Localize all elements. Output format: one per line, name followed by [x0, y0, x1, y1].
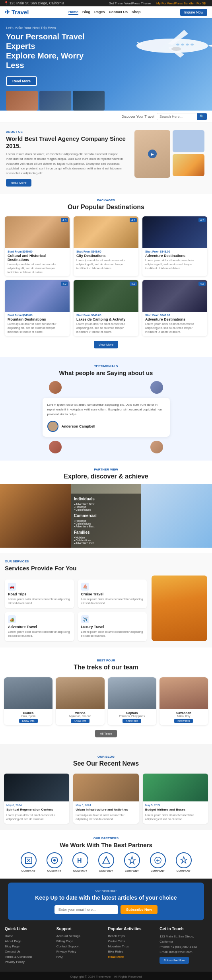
partner-icon-6: [150, 852, 166, 868]
footer-link-billing[interactable]: Billing Page: [56, 939, 73, 943]
blog-desc-3: Lorem ipsum dolor sit amet consectetur a…: [145, 813, 206, 821]
newsletter-form: Subscribe Now: [16, 905, 196, 914]
newsletter-email-input[interactable]: [54, 905, 118, 914]
footer-link-privacy[interactable]: Privacy Policy: [5, 960, 25, 964]
nav-shop[interactable]: Shop: [132, 10, 141, 15]
newsletter-tag: Our Newsletter: [16, 889, 196, 892]
dest-price-5: Start From $349.00: [76, 314, 136, 317]
footer-link-blog[interactable]: Blog Page: [5, 945, 19, 948]
footer-link-mountain[interactable]: Mountain Trips: [108, 945, 129, 948]
services-title: Services Provide For You: [5, 565, 207, 572]
footer-link-support[interactable]: Contact Support: [56, 945, 80, 948]
hero-title: Your Personal Travel ExpertsExplore More…: [6, 32, 101, 70]
service-title-4: Luxury Travel: [81, 625, 144, 629]
nav-home[interactable]: Home: [68, 10, 78, 15]
nav-pages[interactable]: Pages: [94, 10, 105, 15]
avatar-image-4: [150, 441, 163, 453]
partners-title: We Work With The Best Partners: [4, 842, 208, 848]
team-btn-3[interactable]: Know Info: [123, 719, 141, 723]
footer-link-account[interactable]: Account Settings: [56, 934, 80, 938]
svg-point-5: [171, 47, 181, 51]
dest-title-6: Adventure Destinations: [145, 317, 204, 321]
footer-link-about[interactable]: About Page: [5, 939, 21, 943]
about-title: World Best Travel Agency Company Since 2…: [6, 135, 129, 150]
hero-cta-button[interactable]: Read More: [6, 76, 37, 86]
team-location-4: Milan, Italy: [161, 715, 206, 718]
blog-date-1: May 6, 2024: [6, 804, 67, 807]
hero-thumb-1: [6, 91, 38, 111]
blog-image-2: [73, 774, 138, 801]
copyright-text: Copyright © 2024 Travelwper - All Rights…: [70, 975, 142, 978]
footer-link-terms[interactable]: Terms & Conditions: [5, 955, 32, 959]
footer-link-privacy2[interactable]: Privacy Policy: [56, 950, 76, 953]
service-item-3: 🏕️ Adventure Travel Lorem ipsum dolor si…: [5, 612, 74, 641]
partner-icon-5: [124, 852, 140, 868]
svg-point-1: [191, 44, 194, 46]
blog-body-1: May 6, 2024 Spiritual Regeneration Cente…: [4, 801, 69, 824]
footer-col-support: Support Account Settings Billing Page Co…: [56, 927, 104, 965]
search-input[interactable]: [157, 113, 197, 120]
top-bar-link-1[interactable]: Get Travel WordPress Theme: [109, 2, 151, 5]
search-button[interactable]: 🔍: [197, 113, 207, 120]
partner-icon-2: [47, 852, 62, 868]
footer-subscribe-button[interactable]: Subscribe Now: [159, 957, 189, 964]
dest-card-3: 4.2 Start From $349.00 Adventure Destina…: [142, 216, 207, 276]
testimonial-avatar-1: [49, 381, 62, 394]
footer-link-bike[interactable]: Bike Rides: [108, 950, 123, 953]
dest-desc-6: Lorem ipsum dolor sit amet consectetur a…: [145, 322, 204, 334]
explore-list-item: Adventure Best: [74, 503, 138, 506]
destinations-view-more-button[interactable]: View More: [94, 341, 119, 348]
blog-body-2: May 5, 2024 Urban Infrastructure and Act…: [73, 801, 138, 824]
play-button[interactable]: ▶: [148, 150, 157, 158]
dest-title-1: Cultural and Historical Destinations: [8, 254, 67, 262]
services-section: Our Services Services Provide For You 🚗 …: [0, 553, 212, 648]
footer-link-faq[interactable]: FAQ: [56, 955, 63, 959]
top-bar-link-2[interactable]: My For WordPress Bundle - For 3$: [156, 2, 206, 5]
partner-4: COMPANY: [95, 852, 117, 872]
nav-blog[interactable]: Blog: [82, 10, 90, 15]
team-btn-1[interactable]: Know Info: [19, 719, 38, 723]
footer-link-readmore[interactable]: Read More: [108, 955, 124, 959]
team-btn-2[interactable]: Know Info: [71, 719, 89, 723]
about-read-more-button[interactable]: Read More: [6, 179, 31, 187]
avatar-image-3: [49, 441, 62, 453]
dest-desc-5: Lorem ipsum dolor sit amet consectetur a…: [76, 322, 136, 334]
team-card-1: Bianca Ibiza, Spain Know Info: [4, 677, 53, 725]
svg-marker-9: [103, 857, 110, 864]
team-name-4: Savannah: [161, 711, 206, 715]
dest-title-3: Adventure Destinations: [145, 254, 204, 258]
dest-image-1: 4.9: [5, 216, 70, 248]
partner-label-1: COMPANY: [18, 869, 39, 872]
author-name: Anderson Campbell: [62, 424, 95, 428]
dest-card-1: 4.9 Start From $349.00 Cultural and Hist…: [5, 216, 70, 276]
footer-link-beach[interactable]: Beach Trips: [108, 934, 125, 938]
blog-grid: May 6, 2024 Spiritual Regeneration Cente…: [4, 774, 208, 824]
footer-link-contact[interactable]: Contact Us: [5, 950, 21, 953]
navigation: ✈ Travel Home Blog Pages Contact Us Shop…: [0, 6, 212, 18]
nav-contact[interactable]: Contact Us: [109, 10, 128, 15]
service-title-1: Road Trips: [8, 592, 71, 596]
all-team-button[interactable]: All Team: [95, 730, 117, 737]
partner-icon-7: [176, 852, 192, 868]
nav-links: Home Blog Pages Contact Us Shop: [68, 10, 141, 15]
dest-badge-3: 4.2: [198, 218, 206, 222]
adventure-icon: 🏕️: [8, 615, 16, 623]
blog-date-3: May 5, 2024: [145, 804, 206, 807]
about-tag: About Us: [6, 130, 129, 134]
nav-cta-button[interactable]: Inquire Now: [180, 9, 207, 16]
explore-list-item: Adventure Best: [74, 525, 138, 528]
dest-image-2: 4.2: [74, 216, 138, 248]
destinations-title: Our Popular Destinations: [0, 204, 212, 211]
service-desc-1: Lorem ipsum dolor sit amet consectetur a…: [8, 597, 71, 605]
newsletter-subscribe-button[interactable]: Subscribe Now: [121, 905, 158, 914]
explore-list-item: Celebrations: [74, 539, 138, 542]
destinations-section: Packages Our Popular Destinations 4.9 St…: [0, 194, 212, 357]
team-location-2: Mykonos, Greece: [58, 715, 102, 718]
explore-section: Partner View Explore, discover & achieve…: [0, 461, 212, 553]
service-title-3: Adventure Travel: [8, 625, 71, 629]
partner-label-5: COMPANY: [121, 869, 143, 872]
footer-link-cruise[interactable]: Cruise Trips: [108, 939, 125, 943]
team-btn-4[interactable]: Know Info: [174, 719, 193, 723]
explore-panel-2-label: Commercial: [74, 513, 138, 518]
footer-link-home[interactable]: Home: [5, 934, 13, 938]
